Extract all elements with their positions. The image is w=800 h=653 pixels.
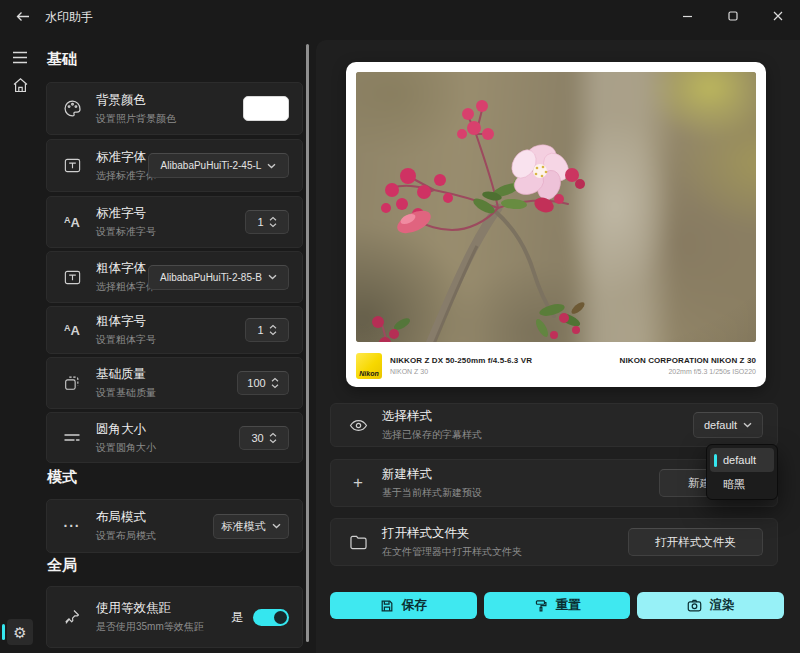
layout-mode-value: 标准模式 [222, 519, 266, 534]
menu-item-default[interactable]: default [710, 448, 774, 472]
chevron-down-icon [267, 163, 276, 169]
settings-scrollbar[interactable] [306, 44, 309, 642]
setting-label: 背景颜色 [96, 92, 176, 109]
reset-icon [534, 599, 548, 613]
setting-desc: 选择已保存的字幕样式 [382, 428, 482, 442]
corner-radius-stepper[interactable]: 30 [239, 426, 289, 450]
nav-home-button[interactable] [7, 72, 33, 98]
chevron-down-icon [743, 422, 752, 428]
eye-icon [347, 418, 369, 433]
setting-row-bold-font: 粗体字体 选择粗体字体 AlibabaPuHuiTi-2-85-B [46, 251, 303, 303]
setting-label: 布局模式 [96, 509, 156, 526]
setting-desc: 选择粗体字体 [96, 280, 148, 294]
setting-label: 新建样式 [382, 466, 482, 483]
quality-stepper[interactable]: 100 [237, 371, 289, 395]
style-select-dropdown[interactable]: default [693, 412, 763, 438]
setting-row-background-color: 背景颜色 设置照片背景颜色 [46, 82, 303, 135]
titlebar: 水印助手 [0, 0, 800, 32]
standard-size-value: 1 [257, 216, 263, 228]
style-select-value: default [704, 419, 737, 431]
toggle-state-label: 是 [231, 609, 243, 626]
setting-label: 打开样式文件夹 [382, 525, 522, 542]
setting-desc: 设置布局模式 [96, 529, 156, 543]
bold-font-select[interactable]: AlibabaPuHuiTi-2-85-B [148, 265, 289, 290]
setting-desc: 设置标准字号 [96, 225, 156, 239]
folder-icon [347, 534, 369, 550]
nav-menu-button[interactable] [7, 44, 33, 70]
back-arrow-icon [16, 11, 30, 22]
gear-icon: ⚙ [13, 625, 26, 640]
style-row-select: 选择样式 选择已保存的字幕样式 default [330, 403, 778, 447]
equivalent-focal-toggle[interactable] [253, 609, 289, 626]
setting-desc: 设置粗体字号 [96, 333, 156, 347]
pin-icon [61, 608, 83, 626]
font-size-icon: AA [61, 216, 83, 229]
close-button[interactable] [755, 0, 800, 32]
reset-button[interactable]: 重置 [484, 592, 631, 619]
watermark-maker: NIKON CORPORATION NIKON Z 30 [620, 356, 756, 365]
minimize-icon [682, 11, 693, 22]
setting-row-standard-size: AA 标准字号 设置标准字号 1 [46, 196, 303, 248]
window-controls [665, 0, 800, 32]
maximize-icon [728, 11, 738, 21]
layout-mode-select[interactable]: 标准模式 [213, 514, 289, 539]
menu-selection-bar [714, 478, 717, 491]
nav-rail: ⚙ [0, 32, 40, 653]
stepper-arrows-icon [269, 216, 277, 228]
preview-photo [356, 72, 756, 342]
setting-desc: 设置照片背景颜色 [96, 112, 176, 126]
open-style-folder-button[interactable]: 打开样式文件夹 [628, 528, 763, 556]
setting-desc: 设置基础质量 [96, 386, 156, 400]
setting-label: 使用等效焦距 [96, 600, 204, 617]
chevron-down-icon [272, 523, 281, 529]
setting-desc: 基于当前样式新建预设 [382, 486, 482, 500]
setting-row-layout-mode: ··· 布局模式 设置布局模式 标准模式 [46, 499, 303, 553]
background-color-swatch[interactable] [243, 96, 289, 121]
style-row-open-folder: 打开样式文件夹 在文件管理器中打开样式文件夹 打开样式文件夹 [330, 518, 778, 566]
minimize-button[interactable] [665, 0, 710, 32]
setting-desc: 选择标准字体 [96, 169, 148, 183]
bold-font-value: AlibabaPuHuiTi-2-85-B [160, 272, 262, 283]
watermark-camera: NIKON Z 30 [390, 368, 532, 375]
setting-desc: 设置圆角大小 [96, 441, 156, 455]
setting-label: 选择样式 [382, 408, 482, 425]
setting-label: 粗体字体 [96, 260, 148, 277]
setting-label: 标准字号 [96, 205, 156, 222]
nikon-logo: Nikon [356, 353, 382, 379]
setting-row-quality: 基础质量 设置基础质量 100 [46, 357, 303, 409]
action-bar: 保存 重置 渲染 [330, 592, 784, 619]
setting-label: 粗体字号 [96, 313, 156, 330]
menu-selection-bar [714, 454, 717, 467]
standard-font-select[interactable]: AlibabaPuHuiTi-2-45-L [148, 153, 289, 178]
bold-size-stepper[interactable]: 1 [245, 318, 289, 342]
setting-label: 基础质量 [96, 366, 156, 383]
save-icon [380, 599, 394, 613]
dots-icon: ··· [61, 522, 83, 530]
font-box-icon [61, 268, 83, 287]
watermark-strip: Nikon NIKKOR Z DX 50-250mm f/4.5-6.3 VR … [356, 348, 756, 383]
camera-icon [687, 599, 702, 612]
photo-vignette [356, 72, 756, 342]
app-title: 水印助手 [45, 9, 93, 26]
setting-desc: 在文件管理器中打开样式文件夹 [382, 545, 522, 559]
back-button[interactable] [12, 8, 34, 24]
watermark-preview-card: Nikon NIKKOR Z DX 50-250mm f/4.5-6.3 VR … [346, 62, 766, 387]
font-size-icon: AA [61, 324, 83, 337]
stepper-arrows-icon [269, 324, 277, 336]
quality-value: 100 [247, 377, 265, 389]
hamburger-icon [12, 51, 28, 64]
menu-item-dark[interactable]: 暗黑 [710, 472, 774, 496]
maximize-button[interactable] [710, 0, 755, 32]
render-button[interactable]: 渲染 [637, 592, 784, 619]
section-header-mode: 模式 [47, 468, 77, 487]
standard-size-stepper[interactable]: 1 [245, 210, 289, 234]
section-header-global: 全局 [47, 556, 77, 575]
nav-settings-button[interactable]: ⚙ [7, 619, 33, 645]
radius-lines-icon [61, 431, 83, 445]
setting-label: 圆角大小 [96, 421, 156, 438]
setting-row-standard-font: 标准字体 选择标准字体 AlibabaPuHuiTi-2-45-L [46, 139, 303, 192]
save-button[interactable]: 保存 [330, 592, 477, 619]
corner-radius-value: 30 [251, 432, 263, 444]
font-box-icon [61, 156, 83, 175]
nav-selection-indicator [2, 624, 5, 640]
